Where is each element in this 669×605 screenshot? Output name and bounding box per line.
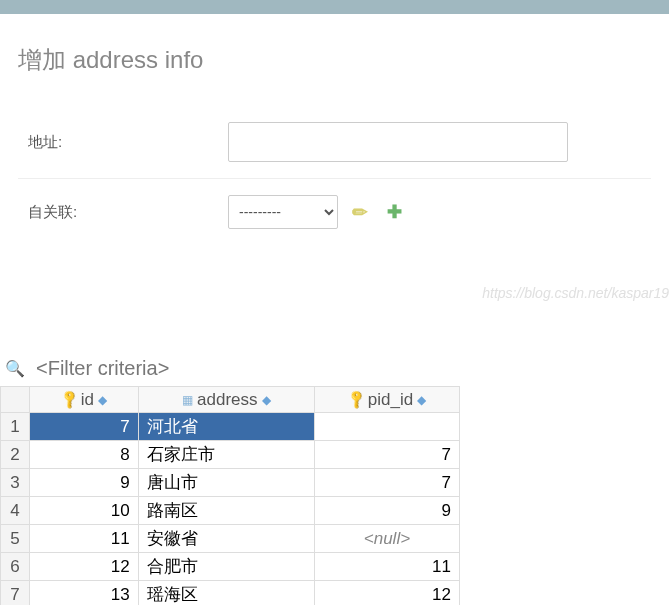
data-table[interactable]: 🔑 id ◆ ▦ address ◆ 🔑 pid_id: [0, 386, 460, 605]
filter-row[interactable]: 🔍 <Filter criteria>: [0, 351, 669, 386]
filter-placeholder: <Filter criteria>: [36, 357, 169, 380]
cell-id[interactable]: 8: [30, 441, 139, 469]
cell-pid[interactable]: 11: [314, 553, 459, 581]
row-number: 2: [1, 441, 30, 469]
row-number: 3: [1, 469, 30, 497]
table-row[interactable]: 612合肥市11: [1, 553, 460, 581]
selfref-select[interactable]: ---------: [228, 195, 338, 229]
row-number: 6: [1, 553, 30, 581]
row-number: 7: [1, 581, 30, 606]
sort-icon: ◆: [262, 393, 271, 407]
cell-id[interactable]: 10: [30, 497, 139, 525]
watermark-text: https://blog.csdn.net/kaspar19: [0, 285, 669, 311]
foreign-key-icon: 🔑: [345, 389, 367, 411]
row-number: 1: [1, 413, 30, 441]
cell-pid[interactable]: 7: [314, 469, 459, 497]
form-row-selfref: 自关联: --------- ✎ ✚: [18, 178, 651, 245]
primary-key-icon: 🔑: [58, 389, 80, 411]
cell-id[interactable]: 12: [30, 553, 139, 581]
rowhead-col: [1, 387, 30, 413]
top-bar: [0, 0, 669, 14]
address-input[interactable]: [228, 122, 568, 162]
magnifier-icon: 🔍: [4, 358, 26, 380]
cell-id[interactable]: 13: [30, 581, 139, 606]
cell-pid[interactable]: 9: [314, 497, 459, 525]
cell-address[interactable]: 石家庄市: [138, 441, 314, 469]
data-grid-section: 🔍 <Filter criteria> 🔑 id ◆ ▦ address: [0, 351, 669, 605]
cell-id[interactable]: 7: [30, 413, 139, 441]
table-row[interactable]: 17河北省<null>: [1, 413, 460, 441]
sort-icon: ◆: [417, 393, 426, 407]
table-row[interactable]: 39唐山市7: [1, 469, 460, 497]
table-row[interactable]: 511安徽省<null>: [1, 525, 460, 553]
col-header-id[interactable]: 🔑 id ◆: [30, 387, 139, 413]
selfref-label: 自关联:: [18, 203, 228, 222]
spacer: [0, 311, 669, 351]
table-row[interactable]: 410路南区9: [1, 497, 460, 525]
cell-address[interactable]: 合肥市: [138, 553, 314, 581]
cell-address[interactable]: 安徽省: [138, 525, 314, 553]
cell-pid[interactable]: 12: [314, 581, 459, 606]
column-icon: ▦: [182, 393, 193, 407]
col-header-pid[interactable]: 🔑 pid_id ◆: [314, 387, 459, 413]
page-title: 增加 address info: [18, 44, 651, 76]
form-section: 增加 address info 地址: 自关联: --------- ✎ ✚: [0, 14, 669, 285]
row-number: 4: [1, 497, 30, 525]
col-header-address[interactable]: ▦ address ◆: [138, 387, 314, 413]
cell-address[interactable]: 唐山市: [138, 469, 314, 497]
cell-id[interactable]: 11: [30, 525, 139, 553]
pencil-icon[interactable]: ✎: [343, 195, 377, 229]
cell-address[interactable]: 路南区: [138, 497, 314, 525]
form-row-address: 地址:: [18, 106, 651, 178]
cell-id[interactable]: 9: [30, 469, 139, 497]
cell-pid[interactable]: <null>: [314, 413, 459, 441]
cell-address[interactable]: 瑶海区: [138, 581, 314, 606]
address-label: 地址:: [18, 133, 228, 152]
sort-icon: ◆: [98, 393, 107, 407]
cell-pid[interactable]: 7: [314, 441, 459, 469]
row-number: 5: [1, 525, 30, 553]
header-row: 🔑 id ◆ ▦ address ◆ 🔑 pid_id: [1, 387, 460, 413]
cell-address[interactable]: 河北省: [138, 413, 314, 441]
table-row[interactable]: 28石家庄市7: [1, 441, 460, 469]
plus-icon[interactable]: ✚: [382, 200, 406, 224]
cell-pid[interactable]: <null>: [314, 525, 459, 553]
table-row[interactable]: 713瑶海区12: [1, 581, 460, 606]
